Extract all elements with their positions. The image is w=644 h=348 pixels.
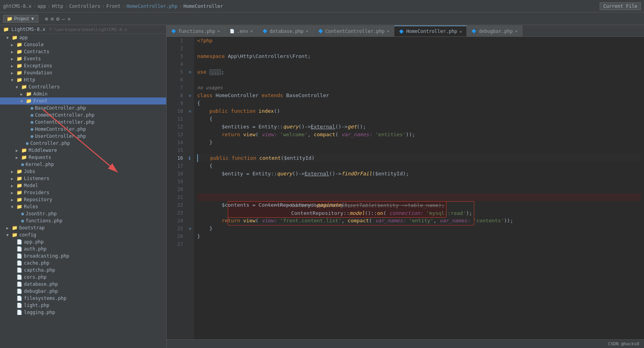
tree-item[interactable]: 📄 light.php (0, 302, 166, 309)
expand-arrow: ▶ (11, 64, 16, 68)
tree-item[interactable]: ● Controller.php (0, 140, 166, 147)
tree-label: logging.php (24, 310, 55, 315)
tree-item[interactable]: 📄 app.php (0, 238, 166, 245)
gutter-4 (186, 60, 194, 68)
gutter-5[interactable]: ⊟ (186, 68, 194, 76)
tab-database-php[interactable]: 🔷 database.php ✕ (258, 25, 314, 36)
tree-item[interactable]: 📄 captcha.php (0, 267, 166, 274)
tree-item[interactable]: ▶ 📁 Repository (0, 196, 166, 203)
tree-item[interactable]: ▶ 📁 Listeners (0, 175, 166, 182)
tab-file-icon: 📄 (230, 29, 234, 33)
folder-icon: 📁 (16, 77, 22, 83)
tree-item[interactable]: ▼ 📁 config (0, 231, 166, 238)
tab-home-controller[interactable]: 🔷 HomeController.php ✕ (394, 25, 467, 36)
tree-item[interactable]: ▼ 📁 app (0, 34, 166, 41)
tree-item[interactable]: ▼ 📁 Http (0, 76, 166, 83)
tree-label: Listeners (24, 176, 49, 181)
tab-label: database.php (270, 29, 304, 34)
tree-label: JsonStr.php (25, 211, 56, 216)
scope-icon[interactable]: ⊕ (45, 16, 48, 22)
tree-item[interactable]: ▶ 📁 Requests (0, 154, 166, 161)
tree-item[interactable]: 📄 broadcasting.php (0, 252, 166, 260)
close-icon[interactable]: ✕ (67, 16, 71, 22)
tab-close-button[interactable]: ✕ (250, 29, 253, 33)
gutter-8[interactable]: ⊟ (186, 92, 194, 99)
tree-item[interactable]: 📄 filesystems.php (0, 295, 166, 302)
tree-item[interactable]: ● CommentController.php (0, 112, 166, 119)
breadcrumb-controllers: Controllers (69, 4, 100, 9)
collapse-icon[interactable]: — (62, 16, 65, 22)
code-editor[interactable]: 1 2 3 4 5 6 7 8 9 10 11 12 13 14 15 16 1… (167, 37, 644, 339)
code-line-4 (197, 60, 641, 68)
tab-close-button[interactable]: ✕ (306, 29, 308, 33)
code-line-18: $entity = Entity::query()->External()->f… (197, 170, 641, 178)
tab-content-controller[interactable]: 🔷 ContentController.php ✕ (314, 25, 395, 36)
expand-arrow: ▶ (11, 177, 16, 181)
folder-icon: 📁 (16, 42, 22, 47)
folder-icon: 📁 (12, 232, 18, 238)
tree-item[interactable]: 📄 auth.php (0, 245, 166, 252)
folder-icon: 📁 (26, 98, 32, 104)
tree-item[interactable]: 📄 debugbar.php (0, 288, 166, 295)
settings-icon[interactable]: ⚙ (56, 16, 59, 22)
tree-item[interactable]: ● Kernel.php (0, 161, 166, 168)
tab-close-button[interactable]: ✕ (387, 29, 389, 33)
tree-item[interactable]: ● HomeController.php (0, 126, 166, 133)
tree-item[interactable]: ● JsonStr.php (0, 210, 166, 217)
tree-item[interactable]: 📄 cache.php (0, 260, 166, 267)
tree-item[interactable]: 📄 logging.php (0, 309, 166, 316)
tree-item[interactable]: 📄 database.php (0, 281, 166, 288)
code-line-25: } (197, 225, 641, 233)
folder-icon: 📁 (16, 56, 22, 61)
tab-debugbar[interactable]: 🔷 debugbar.php ✕ (467, 25, 522, 36)
gutter-25[interactable]: ⊟ (186, 225, 194, 233)
project-path: F:\workspace\base\LightCMS-8.x (49, 27, 127, 32)
tree-item[interactable]: ▶ 📁 Middleware (0, 147, 166, 154)
tree-item[interactable]: ▶ 📁 Admin (0, 90, 166, 97)
tab-close-button[interactable]: ✕ (459, 29, 462, 34)
tree-label: Controller.php (30, 141, 70, 146)
file-icon: 📄 (16, 281, 22, 287)
tab-close-button[interactable]: ✕ (515, 29, 517, 33)
tree-label: Requests (29, 155, 51, 160)
tab-functions-php[interactable]: 🔷 functions.php ✕ (167, 25, 225, 36)
project-button[interactable]: 📁 Project ▼ (3, 15, 38, 23)
tree-item[interactable]: ● ContentController.php (0, 119, 166, 126)
tree-item[interactable]: ▼ 📁 Controllers (0, 83, 166, 90)
expand-arrow: ▼ (6, 36, 12, 40)
tree-item[interactable]: ▶ 📁 Events (0, 55, 166, 62)
tree-item[interactable]: ▼ 📁 Rules (0, 203, 166, 210)
tree-item[interactable]: ● BaseController.php (0, 105, 166, 112)
code-line-14: } (197, 139, 641, 146)
tree-item[interactable]: ▶ 📁 Foundation (0, 69, 166, 76)
tree-item[interactable]: ▶ 📁 Console (0, 41, 166, 48)
tree-item[interactable]: ▶ 📁 Model (0, 182, 166, 189)
tree-label: functions.php (25, 218, 62, 224)
gutter-10[interactable]: ⊟ (186, 107, 194, 115)
expand-arrow: ▶ (11, 169, 16, 174)
tree-item[interactable]: ▶ 📁 Exceptions (0, 62, 166, 69)
file-icon: 📄 (16, 260, 22, 266)
tree-label: cors.php (24, 274, 47, 280)
tree-item[interactable]: ▶ 📁 Jobs (0, 168, 166, 175)
file-icon: 📄 (16, 274, 22, 280)
tree-item[interactable]: ● functions.php (0, 217, 166, 224)
tree-item[interactable]: ▼ 📁 Front (0, 97, 166, 105)
titlebar: ghtCMS-8.x › app › Http › Controllers › … (0, 0, 644, 13)
tree-item[interactable]: ● UserController.php (0, 133, 166, 140)
list-icon[interactable]: ≡ (51, 16, 54, 22)
file-icon: ● (31, 119, 33, 125)
file-icon: 📄 (16, 288, 22, 294)
tree-label: Exceptions (24, 63, 52, 69)
tab-close-button[interactable]: ✕ (218, 29, 220, 33)
tree-item[interactable]: 📄 cors.php (0, 274, 166, 281)
tree-item[interactable]: ▶ 📁 Contracts (0, 48, 166, 55)
tab-env[interactable]: 📄 .env ✕ (225, 25, 258, 36)
tree-item[interactable]: ▶ 📁 bootstrap (0, 224, 166, 231)
file-icon: 📄 (16, 246, 22, 252)
tab-label: HomeController.php (406, 29, 457, 34)
tree-item[interactable]: ▶ 📁 Providers (0, 189, 166, 196)
code-line-13: return view( view: 'welcome', compact( v… (197, 131, 641, 139)
code-line-12: $entities = Entity::query()->External()-… (197, 123, 641, 131)
current-file-badge: Current File (600, 2, 641, 10)
